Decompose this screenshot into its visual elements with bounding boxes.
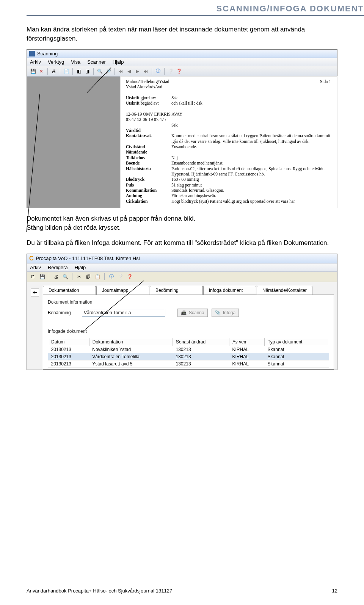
doc-row-label: Kommunikation [126, 188, 171, 193]
table-header[interactable]: Dokumentation [89, 338, 173, 346]
page-header-title: SCANNING/INFOGA DOKUMENT [27, 0, 364, 15]
doc-row-label: Hälsohistoria [126, 166, 171, 177]
footer-page-number: 12 [332, 588, 337, 594]
menu-hjalp-2[interactable]: Hjälp [74, 263, 87, 271]
infoga-label: Infoga [223, 310, 235, 315]
print-icon[interactable]: 🖨 [50, 67, 58, 75]
doc-row-label: Puls [126, 182, 171, 188]
help-icon[interactable]: ❔ [167, 67, 174, 75]
doc-row-value: 160 / 60 mmHg [171, 177, 331, 182]
infogade-panel: Infogade dokument DatumDokumentationSena… [43, 324, 334, 370]
zoom-in-icon[interactable]: 🔍 [96, 67, 104, 75]
table-cell: 20130213 [48, 353, 89, 360]
table-row[interactable]: 20130213Vårdcentralen Tomelilla130213KIR… [48, 353, 329, 360]
print-icon-2[interactable]: 🖨 [52, 273, 60, 281]
table-header[interactable]: Senast ändrad [173, 338, 229, 346]
scan-icon[interactable]: 📄 [63, 67, 70, 75]
help-btn-icon[interactable]: ❔ [117, 273, 124, 281]
prev-page-icon[interactable]: ◀ [125, 67, 133, 75]
doc-row: Puls51 slag per minut [126, 182, 331, 188]
doc-row: HälsohistoriaParkinson-02, sitter mycket… [126, 166, 331, 177]
tab-dokumentation[interactable]: Dokumentation [43, 286, 96, 295]
last-page-icon[interactable]: ⏭ [142, 67, 149, 75]
table-header[interactable]: Av vem [229, 338, 265, 346]
tool-icon-2[interactable]: ◨ [83, 67, 91, 75]
doc-dateline1: 12-06-19 OMV EPIKRIS AVAY [126, 111, 331, 117]
doc-row-label: Andning [126, 193, 171, 198]
benamning-input[interactable] [82, 309, 165, 317]
tab-strip: Dokumentation Journalmapp Bedömning Info… [43, 286, 337, 295]
table-cell: KIRHAL [229, 346, 265, 353]
paste-icon[interactable]: 📋 [94, 273, 101, 281]
new-icon[interactable]: 🗋 [29, 273, 37, 281]
footer-left: Användarhandbok Procapita+ Hälso- och Sj… [27, 588, 172, 594]
table-cell: 20130213 [48, 360, 89, 367]
copy-icon[interactable]: 🗐 [85, 273, 92, 281]
scanna-label: Scanna [189, 310, 204, 315]
doc-row-value: 51 slag per minut [171, 182, 331, 188]
menu-hjalp[interactable]: Hjälp [112, 58, 125, 66]
menu-visa[interactable]: Visa [70, 58, 81, 66]
doc-row-value [171, 149, 331, 155]
scanning-menubar: Arkiv Verktyg Visa Scanner Hjälp [27, 58, 337, 66]
infoga-button[interactable]: 📎 Infoga [212, 309, 239, 317]
pin-icon[interactable]: ⇤ [31, 288, 39, 296]
scanna-button[interactable]: 📠 Scanna [177, 309, 208, 317]
tab-bedomning[interactable]: Bedömning [150, 286, 203, 295]
doc-row-value: Parkinson-02, sitter mycket i rullstol r… [171, 166, 331, 177]
tool-icon-1[interactable]: ◧ [75, 67, 83, 75]
menu-scanner[interactable]: Scanner [86, 58, 106, 66]
doc-row: Vårdtid [126, 128, 331, 133]
tab-infoga-dokument[interactable]: Infoga dokument [203, 286, 256, 295]
table-header[interactable]: Typ av dokument [265, 338, 329, 346]
whatsthis-icon-2[interactable]: ❓ [126, 273, 133, 281]
group-dokument-information: Dokument information [48, 299, 329, 305]
doc-ssk2: Ssk [126, 122, 331, 128]
doc-row-label: Tolkbehov [126, 155, 171, 160]
info-icon-2[interactable]: ⓘ [108, 273, 115, 281]
paragraph-3: Stäng bilden på det röda krysset. [27, 223, 337, 232]
next-page-icon[interactable]: ▶ [133, 67, 141, 75]
table-cell: Skannat [265, 353, 329, 360]
save-icon[interactable]: 💾 [29, 67, 37, 75]
table-cell: Novakliniken Ystad [89, 346, 173, 353]
info-icon[interactable]: ⓘ [154, 67, 162, 75]
doc-row-value: Nej [171, 155, 331, 160]
table-row[interactable]: 20130213Novakliniken Ystad130213KIRHALSk… [48, 346, 329, 353]
cut-icon[interactable]: ✂ [75, 273, 83, 281]
procapita-menubar: Arkiv Redigera Hjälp [27, 263, 337, 272]
paragraph-2: Dokumentet kan även skrivas ut på papper… [27, 214, 337, 223]
menu-arkiv[interactable]: Arkiv [29, 58, 42, 66]
table-row[interactable]: 20130213Ystad lasarett avd 5130213KIRHAL… [48, 360, 329, 367]
first-page-icon[interactable]: ⏮ [117, 67, 124, 75]
menu-redigera[interactable]: Redigera [47, 263, 69, 271]
tab-journalmapp[interactable]: Journalmapp [96, 286, 149, 295]
table-header[interactable]: Datum [48, 338, 89, 346]
search-icon[interactable]: 🔍 [61, 273, 69, 281]
doc-row-label: Blodtryck [126, 177, 171, 182]
doc-row-value: Högt blodtryck (syst) Patient väldigt ar… [171, 199, 331, 204]
utskrift-begard-lbl: Utskrift begärd av: [126, 100, 171, 106]
doc-row-label: Cirkulation [126, 199, 171, 204]
doc-row-value: Förnekar andningsbesvär. [171, 193, 331, 198]
group-infogade-dokument: Infogade dokument [48, 329, 329, 334]
doc-row: AndningFörnekar andningsbesvär. [126, 193, 331, 198]
doc-row-label: Vårdtid [126, 128, 171, 133]
save-icon-2[interactable]: 💾 [38, 273, 46, 281]
doc-org1: Malmö/Trelleborg/Ystad [126, 79, 169, 84]
side-pin: ⇤ [29, 288, 41, 296]
table-cell: 130213 [173, 360, 229, 367]
menu-arkiv-2[interactable]: Arkiv [29, 263, 42, 271]
doc-row-value: Ensamboende. [171, 144, 331, 149]
zoom-out-icon[interactable]: 🔎 [104, 67, 112, 75]
doc-row-label: Närstående [126, 149, 171, 155]
procapita-titlebar: C Procapita VoO - 111111+TF08 Test, Kirs… [27, 254, 337, 263]
whatsthis-icon[interactable]: ❓ [175, 67, 183, 75]
doc-row-label: Boende [126, 160, 171, 166]
doc-row-value: Kommer med central brsm som strålat ut i… [171, 133, 331, 144]
tab-narstaende[interactable]: Närstående/Kontakter [257, 286, 312, 295]
close-red-icon[interactable]: ✕ [38, 67, 45, 75]
document-pane: Malmö/Trelleborg/Ystad Ystad AkutvårdsAv… [27, 77, 337, 208]
menu-verktyg[interactable]: Verktyg [47, 58, 65, 66]
scanning-titlebar: Scanning [27, 50, 337, 58]
